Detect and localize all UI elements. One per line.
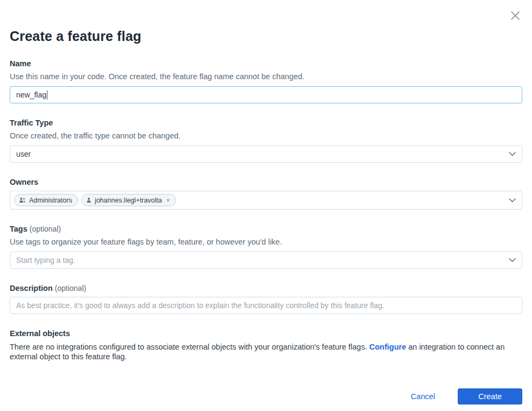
person-icon xyxy=(86,197,92,203)
description-label-text: Description xyxy=(10,284,53,292)
owner-chip-administrators[interactable]: Administrators xyxy=(14,194,78,206)
chevron-down-icon xyxy=(509,198,516,203)
create-feature-flag-modal: Create a feature flag Name Use this name… xyxy=(0,0,532,411)
tags-label-text: Tags xyxy=(10,225,27,233)
tags-placeholder: Start typing a tag. xyxy=(16,256,75,264)
traffic-type-selected-value: user xyxy=(16,150,31,158)
name-input-value: new_flag xyxy=(16,90,46,99)
chevron-down-icon xyxy=(509,258,516,262)
text-caret xyxy=(47,90,47,100)
external-objects-section: External objects There are no integratio… xyxy=(10,329,522,361)
owner-chip-label: Administrators xyxy=(29,197,72,204)
external-objects-label: External objects xyxy=(10,329,522,338)
description-input[interactable] xyxy=(10,297,522,314)
traffic-type-label: Traffic Type xyxy=(10,119,522,127)
owner-chip-user[interactable]: johannes.liegl+travolta × xyxy=(81,194,176,206)
name-section: Name Use this name in your code. Once cr… xyxy=(10,59,522,103)
description-optional-text: (optional) xyxy=(55,284,86,292)
page-title: Create a feature flag xyxy=(10,0,522,44)
modal-footer: Cancel Create xyxy=(10,388,522,405)
traffic-type-section: Traffic Type Once created, the traffic t… xyxy=(10,119,522,163)
tags-help-text: Use tags to organize your feature flags … xyxy=(10,238,522,246)
owners-section: Owners Administrators xyxy=(10,178,522,210)
configure-link[interactable]: Configure xyxy=(369,343,406,351)
tags-optional-text: (optional) xyxy=(30,225,61,233)
group-icon xyxy=(19,197,26,203)
tags-input[interactable]: Start typing a tag. xyxy=(10,252,522,269)
cancel-button[interactable]: Cancel xyxy=(411,392,435,401)
owner-chip-label: johannes.liegl+travolta xyxy=(95,197,162,204)
description-section: Description (optional) xyxy=(10,284,522,314)
traffic-type-select[interactable]: user xyxy=(10,145,522,163)
owners-label: Owners xyxy=(10,178,522,186)
remove-chip-icon[interactable]: × xyxy=(166,197,170,204)
name-label: Name xyxy=(10,59,522,68)
name-help-text: Use this name in your code. Once created… xyxy=(10,72,522,81)
external-objects-text-before: There are no integrations configured to … xyxy=(10,343,369,351)
external-objects-text: There are no integrations configured to … xyxy=(10,342,522,361)
close-icon[interactable] xyxy=(508,9,522,23)
chevron-down-icon xyxy=(509,152,516,156)
owners-select[interactable]: Administrators johannes.liegl+travolta × xyxy=(10,191,522,210)
tags-section: Tags (optional) Use tags to organize you… xyxy=(10,225,522,269)
create-button[interactable]: Create xyxy=(458,388,522,405)
name-input[interactable]: new_flag xyxy=(10,86,522,103)
description-label: Description (optional) xyxy=(10,284,522,292)
traffic-type-help-text: Once created, the traffic type cannot be… xyxy=(10,131,522,140)
tags-label: Tags (optional) xyxy=(10,225,522,233)
